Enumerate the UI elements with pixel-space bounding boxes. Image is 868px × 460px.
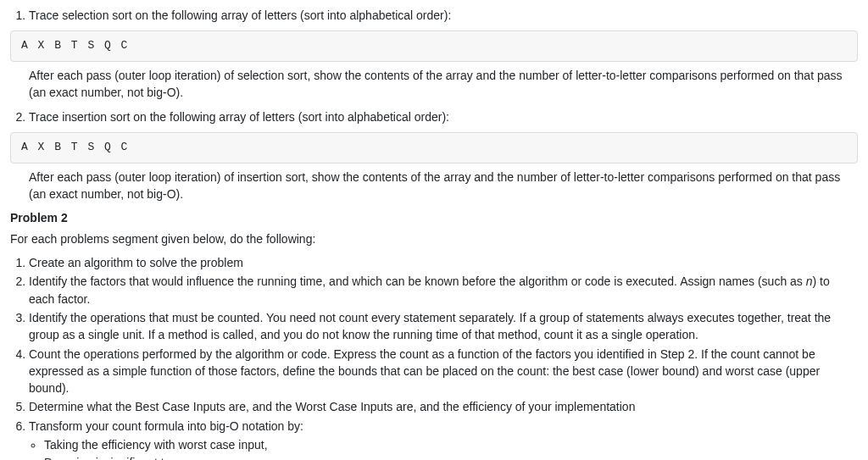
p2-step-6-sub: Taking the efficiency with worst case in…: [29, 436, 858, 460]
p2-step-3: Identify the operations that must be cou…: [29, 309, 858, 344]
problem-1-list-cont: Trace insertion sort on the following ar…: [10, 108, 858, 125]
p2-step-6a: Taking the efficiency with worst case in…: [44, 436, 858, 453]
p2-step-4: Count the operations performed by the al…: [29, 346, 858, 397]
p2-step-5: Determine what the Best Case Inputs are,…: [29, 398, 858, 415]
p2-step-6b: Dropping insignificant terms.: [44, 454, 858, 460]
p2-step-2-n: n: [806, 274, 813, 288]
p1-item-1-text: Trace selection sort on the following ar…: [29, 8, 451, 22]
code-box-1: A X B T S Q C: [10, 30, 858, 62]
code-box-2: A X B T S Q C: [10, 132, 858, 163]
p2-step-6: Transform your count formula into big-O …: [29, 418, 858, 460]
p2-step-2-pre: Identify the factors that would influenc…: [29, 274, 806, 288]
code-box-1-text: A X B T S Q C: [21, 39, 129, 52]
p1-after-1: After each pass (outer loop iteration) o…: [10, 67, 858, 102]
p2-step-6-text: Transform your count formula into big-O …: [29, 419, 303, 433]
problem-2-intro: For each problems segment given below, d…: [10, 230, 858, 247]
problem-2-steps: Create an algorithm to solve the problem…: [10, 254, 858, 460]
p1-after-2: After each pass (outer loop iteration) o…: [10, 169, 858, 203]
p1-item-1: Trace selection sort on the following ar…: [29, 7, 858, 24]
p1-item-2-text: Trace insertion sort on the following ar…: [29, 110, 449, 124]
p1-item-2: Trace insertion sort on the following ar…: [29, 108, 858, 125]
p2-step-1: Create an algorithm to solve the problem: [29, 254, 858, 271]
problem-1-list: Trace selection sort on the following ar…: [10, 7, 858, 24]
problem-2-heading: Problem 2: [10, 209, 858, 226]
p2-step-2: Identify the factors that would influenc…: [29, 273, 858, 308]
code-box-2-text: A X B T S Q C: [21, 141, 129, 153]
